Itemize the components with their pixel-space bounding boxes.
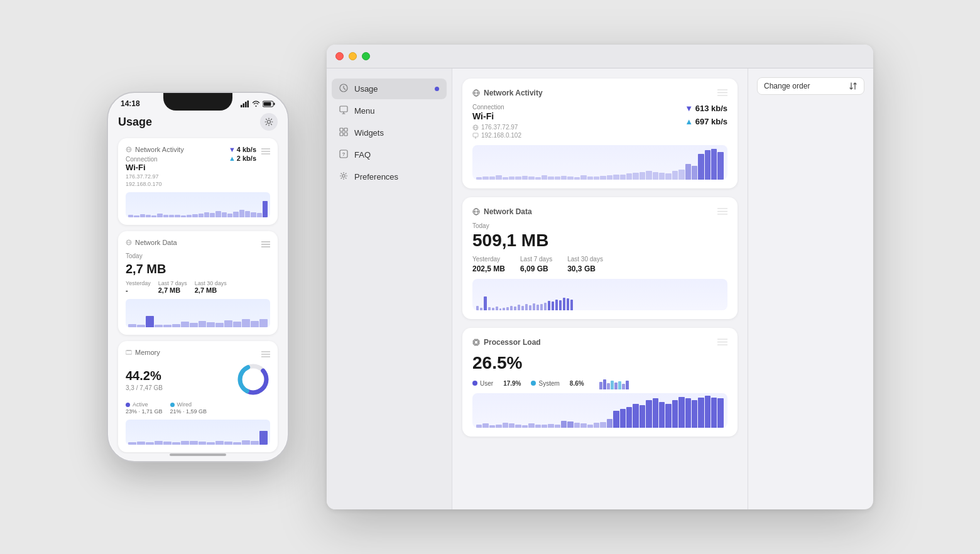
menu-label: Menu xyxy=(354,106,439,116)
svg-rect-2 xyxy=(245,102,247,107)
svg-rect-34 xyxy=(340,128,343,131)
na-widget-header: Network Activity xyxy=(472,87,727,99)
nd-today-value-desktop: 509,1 MB xyxy=(472,231,727,251)
na-speeds: ▼ 613 kb/s ▲ 697 kb/s xyxy=(685,104,727,126)
globe-icon-nd xyxy=(472,208,480,215)
preferences-label: Preferences xyxy=(354,172,439,182)
globe-small-icon xyxy=(472,124,479,131)
nd-today-label-desktop: Today xyxy=(472,222,727,229)
pl-system-legend: System xyxy=(531,380,559,387)
nd-yesterday: Yesterday - xyxy=(126,280,151,294)
hamburger-icon-3 xyxy=(261,351,270,357)
svg-rect-3 xyxy=(248,100,249,107)
pl-widget-menu[interactable] xyxy=(717,337,727,348)
memory-detail: 3,3 / 7,47 GB xyxy=(126,384,236,391)
pl-legend: User 17.9% System 8.6% xyxy=(472,377,727,389)
nd-stats-row: Yesterday - Last 7 days 2,7 MB Last 30 d… xyxy=(126,280,270,294)
phone-content: Usage xyxy=(108,111,288,454)
nd-widget-title: Network Data xyxy=(484,207,532,216)
user-label: User xyxy=(480,380,493,387)
pl-title-row: Processor Load xyxy=(472,338,541,347)
nd-section-title: Network Data xyxy=(135,239,177,246)
na-menu-icon[interactable] xyxy=(261,146,270,157)
memory-icon xyxy=(126,350,132,355)
phone-frame: 14:18 xyxy=(107,92,289,462)
phone-network-data-card: Network Data Today 2,7 MB Yesterday xyxy=(118,231,278,335)
hamburger-icon-pl xyxy=(717,339,727,345)
na-title-row: Network Activity xyxy=(472,89,543,97)
svg-rect-60 xyxy=(475,341,478,344)
mem-menu-icon[interactable] xyxy=(261,349,270,360)
nd-today-label: Today xyxy=(126,253,270,259)
gear-icon xyxy=(264,117,273,126)
na-down-speed: ▼ 613 kb/s xyxy=(685,104,727,113)
desktop-network-data-widget: Network Data Today 509,1 MB xyxy=(462,197,738,319)
desktop-network-activity-widget: Network Activity Connection xyxy=(462,79,738,188)
memory-left: 44.2% 3,3 / 7,47 GB xyxy=(126,367,236,391)
widgets-area: Network Activity Connection xyxy=(452,68,748,509)
ip1: 176.37.72.97 xyxy=(126,173,229,180)
sidebar-item-menu[interactable]: Menu xyxy=(332,100,447,121)
nd-title-row: Network Data xyxy=(126,239,177,246)
sidebar-item-widgets[interactable]: Widgets xyxy=(332,122,447,143)
system-value: 8.6% xyxy=(570,380,584,387)
nd-chart xyxy=(126,299,270,327)
pl-desktop-chart xyxy=(472,393,727,428)
usage-badge xyxy=(435,87,439,91)
phone-memory-card: Memory 44.2% 3,3 / 7,47 GB xyxy=(118,341,278,452)
ip2: 192.168.0.170 xyxy=(126,181,229,187)
close-button[interactable] xyxy=(335,52,344,60)
pl-widget-header: Processor Load xyxy=(472,337,727,348)
desktop-processor-widget: Processor Load 26.5% xyxy=(462,328,738,437)
nd-last30: Last 30 days 2,7 MB xyxy=(195,280,227,294)
usage-label: Usage xyxy=(354,84,428,94)
nd-last7: Last 7 days 2,7 MB xyxy=(158,280,187,294)
sidebar-item-preferences[interactable]: Preferences xyxy=(332,166,447,187)
minimize-button[interactable] xyxy=(349,52,357,60)
main-content: Network Activity Connection xyxy=(452,68,873,509)
gear-icon-sidebar xyxy=(339,171,348,182)
na-chart xyxy=(126,192,270,217)
widget-icon xyxy=(339,128,348,138)
pl-user-legend: User xyxy=(472,380,493,387)
display-small-icon xyxy=(472,133,479,139)
nd-last7-desktop: Last 7 days 6,09 GB xyxy=(520,256,552,274)
phone-notch xyxy=(163,93,232,111)
clock-icon xyxy=(339,84,348,94)
na-widget-body: Connection Wi-Fi 176.37.72.97 xyxy=(472,104,727,140)
legend-wired: Wired 21% · 1,59 GB xyxy=(170,401,207,415)
status-icons xyxy=(241,100,275,107)
svg-rect-31 xyxy=(340,106,347,112)
signal-icon xyxy=(241,100,249,107)
nd-menu-icon[interactable] xyxy=(261,239,270,250)
svg-rect-5 xyxy=(264,102,271,106)
active-value: 23% · 1,71 GB xyxy=(126,408,163,415)
globe-icon-desktop xyxy=(472,89,480,97)
nd-widget-header: Network Data xyxy=(472,206,727,217)
maximize-button[interactable] xyxy=(362,52,370,60)
card-header: Network Activity Connection Wi-Fi 176.37… xyxy=(126,146,270,187)
svg-rect-35 xyxy=(344,128,347,131)
sidebar-item-faq[interactable]: ? FAQ xyxy=(332,144,447,165)
question-icon: ? xyxy=(339,149,348,160)
memory-percentage: 44.2% xyxy=(126,369,236,383)
mem-section-title: Memory xyxy=(135,349,160,356)
na-left: Connection Wi-Fi 176.37.72.97 xyxy=(472,104,521,140)
change-order-button[interactable]: Change order xyxy=(757,77,864,95)
card-title-row: Network Activity xyxy=(126,146,229,153)
svg-rect-6 xyxy=(274,102,275,105)
na-ip2: 192.168.0.102 xyxy=(472,132,521,139)
system-dot xyxy=(531,381,536,386)
na-widget-menu[interactable] xyxy=(717,87,727,99)
svg-rect-1 xyxy=(243,103,245,107)
sidebar-item-usage[interactable]: Usage xyxy=(332,79,447,99)
svg-rect-23 xyxy=(130,350,131,351)
globe-icon-2 xyxy=(126,239,132,246)
phone-gear-button[interactable] xyxy=(260,113,278,131)
nd-today-value: 2,7 MB xyxy=(126,262,270,276)
nd-widget-menu[interactable] xyxy=(717,206,727,217)
phone-app-title: Usage xyxy=(118,116,152,129)
pl-mini-bars xyxy=(599,377,629,389)
phone-network-activity-card: Network Activity Connection Wi-Fi 176.37… xyxy=(118,138,278,225)
window-titlebar xyxy=(327,45,873,68)
